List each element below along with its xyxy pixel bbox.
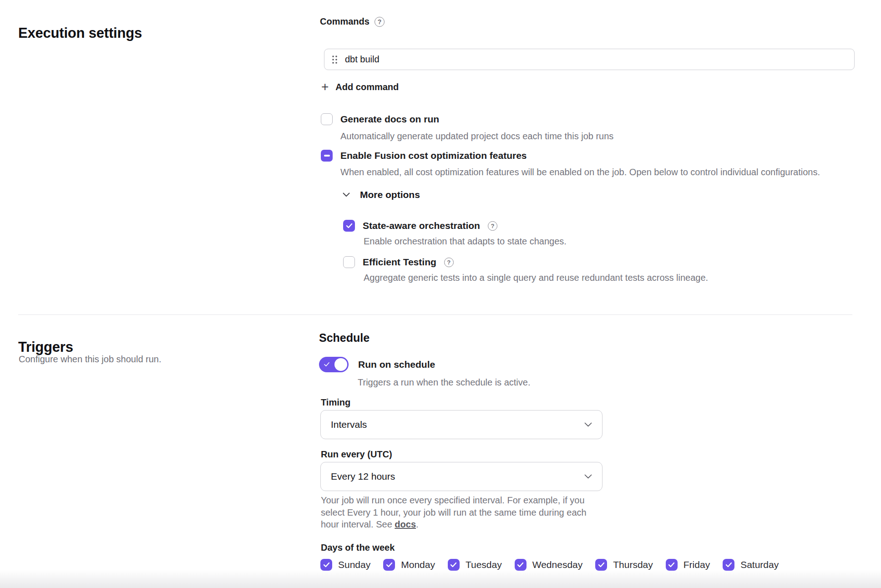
efficient-testing-checkbox-row[interactable]: Efficient Testing ? — [343, 256, 454, 268]
section-divider — [18, 314, 852, 315]
run-every-value: Every 12 hours — [331, 471, 395, 482]
commands-field-header: Commands ? — [320, 16, 385, 27]
commands-label: Commands — [320, 16, 370, 27]
checkbox[interactable] — [515, 559, 527, 571]
day-checkbox-tuesday[interactable]: Tuesday — [448, 559, 502, 571]
checkmark-icon — [346, 223, 353, 228]
interval-help-before: Your job will run once every specified i… — [321, 495, 587, 529]
fusion-checkbox[interactable] — [321, 150, 333, 162]
add-command-label: Add command — [335, 82, 399, 92]
checkbox[interactable] — [448, 559, 460, 571]
chevron-down-icon — [584, 474, 592, 479]
day-checkbox-sunday[interactable]: Sunday — [320, 559, 370, 571]
run-on-schedule-description: Triggers a run when the schedule is acti… — [358, 377, 530, 388]
generate-docs-checkbox-row[interactable]: Generate docs on run — [321, 113, 439, 125]
command-input[interactable] — [345, 54, 846, 65]
command-row — [324, 49, 855, 70]
run-every-label: Run every (UTC) — [321, 449, 392, 460]
day-checkbox-wednesday[interactable]: Wednesday — [515, 559, 583, 571]
more-options-label: More options — [360, 189, 420, 200]
day-checkbox-thursday[interactable]: Thursday — [595, 559, 653, 571]
more-options-expander[interactable]: More options — [343, 189, 420, 200]
generate-docs-description: Automatically generate updated project d… — [340, 131, 613, 142]
day-label: Sunday — [338, 559, 370, 570]
interval-help-after: . — [416, 519, 419, 529]
run-on-schedule-row: Run on schedule — [319, 357, 435, 372]
day-label: Friday — [684, 559, 710, 570]
state-aware-checkbox[interactable] — [343, 220, 355, 232]
day-label: Monday — [401, 559, 435, 570]
checkbox[interactable] — [595, 559, 607, 571]
toggle-knob — [334, 358, 347, 371]
fusion-label: Enable Fusion cost optimization features — [340, 150, 527, 161]
checkmark-icon — [668, 562, 675, 568]
run-every-select[interactable]: Every 12 hours — [320, 462, 603, 491]
fusion-description: When enabled, all cost optimization feat… — [340, 167, 820, 177]
chevron-down-icon — [343, 193, 350, 197]
checkbox[interactable] — [320, 559, 332, 571]
drag-handle-icon[interactable] — [332, 56, 337, 64]
checkbox[interactable] — [666, 559, 678, 571]
checkbox[interactable] — [383, 559, 395, 571]
efficient-testing-checkbox[interactable] — [343, 256, 355, 268]
run-on-schedule-toggle[interactable] — [319, 357, 349, 372]
triggers-title: Triggers — [18, 339, 73, 355]
run-on-schedule-label: Run on schedule — [358, 359, 435, 370]
state-aware-help-icon[interactable]: ? — [488, 221, 497, 231]
checkmark-icon — [323, 562, 330, 568]
state-aware-label: State-aware orchestration — [363, 220, 480, 231]
fusion-checkbox-row[interactable]: Enable Fusion cost optimization features — [321, 150, 527, 162]
generate-docs-checkbox[interactable] — [321, 113, 333, 125]
generate-docs-label: Generate docs on run — [340, 114, 439, 125]
checkmark-icon — [517, 562, 524, 568]
efficient-testing-label: Efficient Testing — [363, 257, 436, 268]
days-of-week-label: Days of the week — [321, 542, 395, 553]
checkmark-icon — [386, 562, 393, 568]
day-checkbox-monday[interactable]: Monday — [383, 559, 435, 571]
timing-label: Timing — [321, 397, 350, 408]
day-checkbox-saturday[interactable]: Saturday — [723, 559, 779, 571]
days-of-week-row: Sunday Monday Tuesday Wednesday Thursday — [320, 559, 779, 571]
efficient-testing-help-icon[interactable]: ? — [444, 258, 454, 267]
plus-icon: + — [321, 81, 329, 93]
triggers-subtitle: Configure when this job should run. — [19, 354, 162, 365]
timing-value: Intervals — [331, 419, 367, 430]
commands-help-icon[interactable]: ? — [375, 17, 385, 27]
toggle-check-icon — [324, 362, 330, 367]
schedule-heading: Schedule — [319, 331, 370, 345]
checkbox[interactable] — [723, 559, 734, 571]
bottom-fade — [0, 570, 881, 588]
indeterminate-dash-icon — [324, 155, 330, 157]
checkmark-icon — [598, 562, 605, 568]
state-aware-description: Enable orchestration that adapts to stat… — [364, 236, 567, 247]
execution-settings-title: Execution settings — [18, 25, 142, 41]
efficient-testing-description: Aggregate generic tests into a single qu… — [364, 273, 708, 283]
day-label: Wednesday — [532, 559, 583, 570]
day-label: Saturday — [740, 559, 779, 570]
day-label: Thursday — [613, 559, 653, 570]
add-command-button[interactable]: + Add command — [321, 81, 399, 93]
docs-link[interactable]: docs — [395, 519, 416, 529]
checkmark-icon — [725, 562, 732, 568]
interval-help-text: Your job will run once every specified i… — [321, 494, 599, 531]
timing-select[interactable]: Intervals — [320, 410, 603, 439]
checkmark-icon — [450, 562, 457, 568]
chevron-down-icon — [584, 422, 592, 427]
day-label: Tuesday — [466, 559, 502, 570]
day-checkbox-friday[interactable]: Friday — [666, 559, 710, 571]
state-aware-checkbox-row[interactable]: State-aware orchestration ? — [343, 220, 497, 232]
